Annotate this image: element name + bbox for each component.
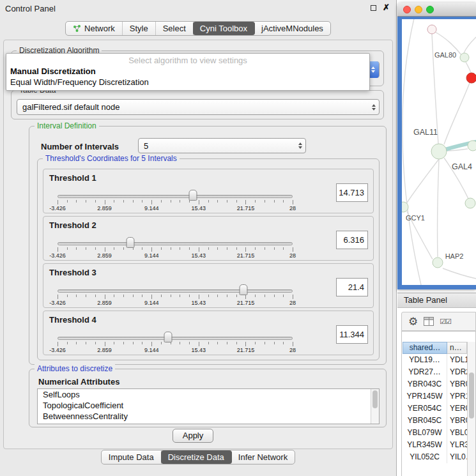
tick-mark: [199, 247, 199, 252]
column-header-name[interactable]: n…: [447, 342, 467, 354]
slider-ticks: [58, 247, 293, 252]
threshold-2-slider[interactable]: -3.4262.8599.14415.4321.71528: [58, 237, 293, 260]
threshold-value-field[interactable]: 14.713: [336, 183, 368, 202]
window-title: Control Panel: [5, 4, 56, 13]
table-row[interactable]: YLR345W YLR3…: [403, 439, 467, 451]
menu-item-manual-discretization[interactable]: Manual Discretization: [6, 66, 369, 77]
table-row[interactable]: YIL052C YIL0…: [403, 451, 467, 463]
list-scrollbar[interactable]: [371, 389, 379, 424]
numerical-attributes-label: Numerical Attributes: [38, 377, 119, 387]
table-row[interactable]: YBR045C YBR0…: [403, 415, 467, 427]
table-row[interactable]: YER054C YER0…: [403, 403, 467, 415]
tick-mark: [245, 342, 246, 346]
tick-mark: [67, 200, 68, 203]
slider-thumb[interactable]: [239, 284, 247, 295]
network-node[interactable]: [427, 25, 436, 34]
tick-mark: [293, 200, 293, 204]
tick-mark: [105, 200, 105, 204]
control-panel-window: Control Panel ✗ Network Style Select Cyn…: [0, 0, 397, 476]
threshold-value-field[interactable]: 21.4: [336, 278, 368, 296]
tick-mark: [217, 200, 218, 203]
slider-track[interactable]: [58, 195, 293, 198]
tick-mark: [76, 342, 77, 344]
scrollbar-thumb[interactable]: [372, 390, 378, 408]
slider-track[interactable]: [58, 242, 293, 245]
tab-select[interactable]: Select: [156, 22, 194, 35]
scale-label: -3.426: [49, 347, 66, 353]
table-row[interactable]: YDL19… YDL1…: [403, 354, 467, 366]
slider-thumb[interactable]: [189, 190, 197, 201]
tick-mark: [58, 247, 58, 252]
slider-ticks: [58, 342, 293, 347]
cell-shared-name: YBR045C: [403, 415, 447, 427]
network-node[interactable]: [433, 257, 443, 268]
threshold-3-slider[interactable]: -3.4262.8599.14415.4321.71528: [58, 284, 293, 307]
slider-scale-labels: -3.4262.8599.14415.4321.71528: [58, 252, 293, 259]
cell-name: YIL0…: [447, 451, 467, 463]
minimize-traffic-light[interactable]: [415, 6, 422, 13]
tab-label: Style: [130, 24, 148, 33]
network-node[interactable]: [431, 144, 447, 159]
close-icon[interactable]: ✗: [383, 4, 390, 11]
close-traffic-light[interactable]: [403, 6, 411, 13]
network-node[interactable]: [468, 141, 476, 151]
tick-mark: [265, 342, 265, 344]
tick-mark: [293, 295, 293, 299]
tick-mark: [274, 342, 275, 344]
tab-cyni-toolbox[interactable]: Cyni Toolbox: [193, 22, 255, 35]
tick-mark: [76, 200, 77, 203]
table-scrollbar[interactable]: [467, 342, 475, 476]
threshold-value-field[interactable]: 11.344: [336, 325, 368, 344]
table-row[interactable]: YBL079W YBL0…: [403, 427, 467, 439]
thresholds-group: Threshold's Coordinates for 5 Intervals …: [37, 158, 380, 360]
tick-mark: [217, 342, 218, 344]
table-panel-header: Table Panel: [397, 293, 476, 308]
tick-mark: [189, 295, 190, 297]
threshold-4-slider[interactable]: -3.4262.8599.14415.4321.71528: [58, 332, 293, 355]
list-item[interactable]: BetweennessCentrality: [38, 411, 379, 422]
table-row[interactable]: YBR043C YBR0…: [403, 378, 467, 390]
tick-mark: [227, 342, 227, 344]
scrollbar-thumb[interactable]: [469, 372, 474, 418]
columns-icon[interactable]: [424, 317, 434, 326]
float-window-icon[interactable]: [371, 5, 376, 11]
tick-mark: [86, 295, 86, 297]
table-row[interactable]: YPR145W YPR1…: [403, 390, 467, 403]
tick-mark: [95, 247, 96, 250]
network-node-selected[interactable]: [466, 73, 476, 83]
table-row[interactable]: YDR27… YDR2…: [403, 366, 467, 378]
cell-name: YER0…: [447, 403, 467, 415]
tab-style[interactable]: Style: [123, 22, 156, 35]
apply-button[interactable]: Apply: [173, 429, 213, 443]
tab-label: Discretize Data: [168, 452, 224, 462]
tab-network[interactable]: Network: [66, 22, 123, 35]
list-item[interactable]: TopologicalCoefficient: [38, 400, 379, 411]
tick-mark: [217, 247, 218, 250]
column-header-shared-name[interactable]: shared…: [403, 342, 447, 354]
slider-scale-labels: -3.4262.8599.14415.4321.71528: [58, 347, 293, 354]
tab-jactivemnodules[interactable]: jActiveMNodules: [254, 22, 330, 35]
tab-discretize-data[interactable]: Discretize Data: [161, 450, 232, 464]
scale-label: 2.859: [97, 252, 112, 259]
slider-thumb[interactable]: [164, 332, 172, 342]
menu-item-equal-width-frequency[interactable]: Equal Width/Frequency Discretization: [6, 77, 369, 88]
slider-track[interactable]: [58, 337, 293, 340]
number-of-intervals-select[interactable]: 5: [138, 138, 306, 153]
tab-infer-network[interactable]: Infer Network: [231, 450, 295, 464]
gear-icon[interactable]: ⚙: [408, 316, 418, 327]
threshold-1-slider[interactable]: -3.4262.8599.14415.4321.71528: [58, 190, 293, 213]
network-node[interactable]: [465, 198, 475, 208]
table-data-select[interactable]: galFiltered.sif default node: [17, 99, 380, 115]
threshold-value-field[interactable]: 6.316: [336, 231, 368, 249]
zoom-traffic-light[interactable]: [426, 6, 434, 13]
network-node[interactable]: [460, 53, 469, 62]
slider-track[interactable]: [58, 289, 293, 293]
tick-mark: [67, 342, 68, 344]
network-canvas[interactable]: GAL80 GAL11 GAL4 GCY1 HAP2: [402, 19, 476, 285]
slider-thumb[interactable]: [127, 237, 135, 248]
select-columns-icon[interactable]: ☑☑: [440, 318, 451, 326]
tab-impute-data[interactable]: Impute Data: [102, 450, 162, 464]
tick-mark: [105, 295, 105, 299]
cyni-bottom-tabbar: Impute Data Discretize Data Infer Networ…: [0, 450, 396, 464]
list-item[interactable]: SelfLoops: [38, 389, 379, 400]
